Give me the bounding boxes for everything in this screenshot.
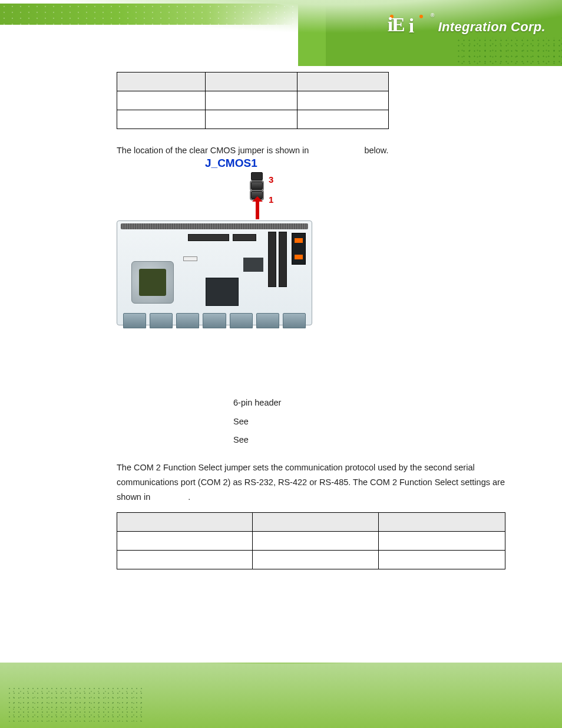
table-cell (117, 551, 253, 569)
table-cell (297, 110, 389, 129)
brand-block: iEi® Integration Corp. (386, 11, 546, 44)
pin-label-3: 3 (269, 174, 273, 185)
pcb-sata-icon (292, 233, 306, 265)
pin-label-1: 1 (269, 195, 273, 205)
table-cell (206, 91, 297, 110)
list-item: See (117, 431, 513, 450)
table-cell (379, 551, 505, 569)
table-row (117, 110, 389, 129)
board-diagram: J_CMOS1 3 1 (117, 171, 317, 327)
table-row (117, 532, 505, 551)
footer-texture (7, 686, 143, 722)
pcb-dimm-slot-icon (279, 232, 287, 287)
brand-tagline: Integration Corp. (438, 19, 546, 35)
table-cell (117, 91, 206, 110)
pcb-rear-ports (123, 313, 306, 328)
com2-function-table (117, 512, 505, 569)
info-label (117, 394, 233, 413)
table-row (117, 513, 505, 532)
table-row (117, 551, 505, 569)
jumper-info-list: 6-pin header See See (117, 394, 513, 450)
pcb-chip-icon (243, 258, 263, 272)
para-text: . (188, 492, 190, 502)
figure-clear-cmos: J_CMOS1 3 1 (117, 171, 513, 327)
footer-banner (0, 663, 562, 728)
table-cell (379, 532, 505, 551)
table-cell (117, 532, 253, 551)
table-cell (206, 110, 297, 129)
info-value: 6-pin header (233, 394, 281, 413)
pcb-chipset-icon (206, 278, 239, 306)
pcb-fan-header-icon (183, 256, 197, 261)
para-com2-function: The COM 2 Function Select jumper sets th… (117, 460, 513, 504)
table-header-cell (117, 513, 253, 532)
pointer-arrow-icon (256, 198, 259, 219)
brand-logo: iEi® (386, 15, 432, 39)
pcb-cpu-icon (131, 261, 174, 304)
table-cell (253, 532, 379, 551)
pcb-edge-connector (121, 223, 308, 229)
jumper-label: J_CMOS1 (205, 157, 257, 170)
clear-cmos-settings-table (117, 72, 389, 129)
table-header-cell (253, 513, 379, 532)
pcb-header-icon (233, 234, 256, 241)
header-banner: iEi® Integration Corp. (0, 0, 562, 66)
table-header-cell (297, 73, 389, 91)
info-label (117, 413, 233, 431)
info-label (117, 431, 233, 450)
table-header-cell (117, 73, 206, 91)
pcb-dimm-slot-icon (268, 232, 276, 287)
para-text: The COM 2 Function Select jumper sets th… (117, 463, 505, 501)
info-value: See (233, 431, 249, 450)
pcb-outline (117, 220, 312, 325)
para-text: The location of the clear CMOS jumper is… (117, 146, 311, 155)
pcb-header-icon (188, 234, 229, 241)
table-header-cell (379, 513, 505, 532)
para-cmos-location: The location of the clear CMOS jumper is… (117, 143, 513, 158)
table-header-cell (206, 73, 297, 91)
list-item: 6-pin header (117, 394, 513, 413)
section-gap (117, 348, 513, 389)
table-cell (253, 551, 379, 569)
info-value: See (233, 413, 249, 431)
para-text: below. (362, 146, 388, 155)
page-body: The location of the clear CMOS jumper is… (0, 66, 562, 569)
table-row (117, 73, 389, 91)
table-row (117, 91, 389, 110)
banner-left-strip (0, 4, 295, 25)
table-cell (117, 110, 206, 129)
list-item: See (117, 413, 513, 431)
table-cell (297, 91, 389, 110)
